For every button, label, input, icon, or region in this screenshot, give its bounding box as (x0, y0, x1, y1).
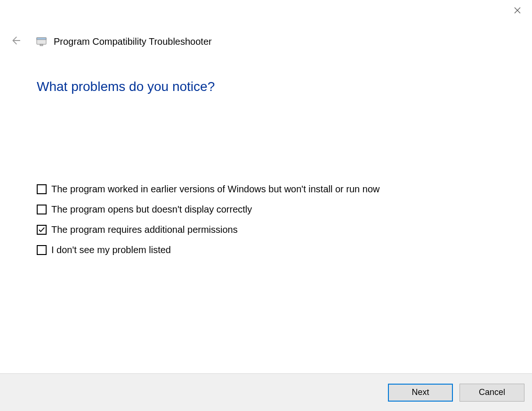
option-label: The program worked in earlier versions o… (51, 184, 379, 195)
option-label: The program opens but doesn't display co… (51, 204, 252, 215)
wizard-title: Program Compatibility Troubleshooter (54, 36, 212, 47)
checkbox[interactable] (37, 225, 47, 235)
wizard-content: What problems do you notice? The program… (37, 79, 495, 255)
option-display-incorrectly[interactable]: The program opens but doesn't display co… (37, 204, 495, 215)
checkbox[interactable] (37, 184, 47, 194)
question-heading: What problems do you notice? (37, 79, 495, 94)
options-list: The program worked in earlier versions o… (37, 184, 495, 255)
option-earlier-versions[interactable]: The program worked in earlier versions o… (37, 184, 495, 195)
option-additional-permissions[interactable]: The program requires additional permissi… (37, 224, 495, 235)
svg-rect-2 (40, 44, 43, 46)
checkbox[interactable] (37, 205, 47, 214)
close-icon (514, 7, 521, 16)
back-button[interactable] (9, 35, 22, 48)
svg-rect-1 (37, 38, 46, 40)
cancel-button[interactable]: Cancel (459, 384, 524, 402)
next-button[interactable]: Next (388, 384, 453, 402)
troubleshooter-app-icon (36, 36, 47, 47)
option-not-listed[interactable]: I don't see my problem listed (37, 245, 495, 255)
arrow-left-icon (10, 35, 21, 48)
option-label: The program requires additional permissi… (51, 224, 238, 235)
wizard-footer: Next Cancel (0, 373, 532, 411)
option-label: I don't see my problem listed (51, 245, 171, 255)
wizard-header: Program Compatibility Troubleshooter (9, 35, 523, 48)
checkbox[interactable] (37, 245, 47, 255)
checkmark-icon (38, 226, 45, 233)
close-button[interactable] (507, 4, 528, 19)
